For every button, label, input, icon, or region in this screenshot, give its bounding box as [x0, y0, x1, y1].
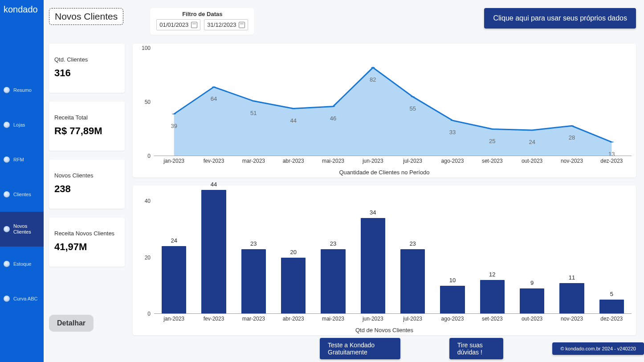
date-filter-title: Filtro de Datas	[156, 11, 248, 17]
sidebar-item-lojas[interactable]: Lojas	[0, 107, 44, 142]
bar[interactable]: 23	[241, 249, 266, 314]
svg-point-8	[490, 129, 494, 130]
bar-slot: 34	[353, 190, 393, 314]
detalhar-button[interactable]: Detalhar	[49, 315, 94, 332]
bar[interactable]: 23	[321, 249, 345, 314]
svg-point-2	[252, 101, 256, 102]
x-axis-tick: nov-2023	[552, 158, 591, 168]
sidebar-item-label: Lojas	[13, 122, 25, 128]
kpi-value: R$ 77,89M	[54, 125, 119, 137]
x-axis-tick: mar-2023	[234, 158, 273, 168]
sidebar-nav: ResumoLojasRFMClientesNovos ClientesEsto…	[0, 73, 44, 316]
bar-chart-card: 02040 2444232023342310129115 jan-2023fev…	[133, 185, 636, 335]
svg-point-1	[212, 86, 216, 87]
sidebar: kondado ResumoLojasRFMClientesNovos Clie…	[0, 0, 44, 362]
y-axis-tick: 0	[133, 311, 151, 317]
data-label: 5	[610, 291, 613, 297]
data-label: 64	[211, 95, 217, 102]
charts-column: 050100 396451444682553325242813 jan-2023…	[133, 44, 636, 335]
kpi-value: 238	[54, 183, 119, 195]
data-label: 20	[290, 249, 296, 255]
kpi-novos-clientes: Novos Clientes 238	[49, 160, 125, 209]
sidebar-item-rfm[interactable]: RFM	[0, 142, 44, 177]
x-axis-tick: nov-2023	[552, 316, 591, 325]
bar[interactable]: 11	[559, 283, 584, 314]
x-axis-tick: abr-2023	[273, 158, 313, 168]
bar[interactable]: 20	[281, 258, 306, 314]
bullet-icon	[4, 122, 10, 128]
data-label: 33	[449, 129, 456, 136]
bar-slot: 23	[313, 190, 353, 314]
bar-slot: 12	[473, 190, 512, 314]
data-label: 12	[489, 271, 495, 278]
data-label: 82	[370, 76, 376, 83]
kpi-receita-total: Receita Total R$ 77,89M	[49, 102, 125, 151]
x-axis-tick: jun-2023	[353, 158, 393, 168]
date-filter-card: Filtro de Datas 01/01/2023 31/12/2023	[150, 8, 254, 35]
bar[interactable]: 9	[520, 288, 544, 314]
sidebar-item-novos-clientes[interactable]: Novos Clientes	[0, 212, 44, 247]
bar-slot: 20	[273, 190, 313, 314]
x-axis-tick: out-2023	[512, 316, 552, 325]
bar[interactable]: 10	[440, 286, 465, 314]
data-label: 44	[290, 117, 296, 124]
bar-slot: 23	[234, 190, 273, 314]
sidebar-item-clientes[interactable]: Clientes	[0, 177, 44, 212]
data-label: 24	[529, 139, 535, 145]
bar[interactable]: 34	[361, 218, 385, 314]
date-start-input[interactable]: 01/01/2023	[156, 19, 200, 30]
bullet-icon	[4, 261, 10, 267]
bottom-buttons: Teste a Kondado Gratuitamente Tire suas …	[320, 338, 644, 359]
copyright-button[interactable]: © kondado.com.br 2024 - v240220	[552, 342, 644, 355]
x-axis-tick: jul-2023	[393, 158, 432, 168]
date-end-input[interactable]: 31/12/2023	[204, 19, 248, 30]
x-axis-tick: mai-2023	[313, 316, 353, 325]
x-axis-tick: fev-2023	[194, 158, 233, 168]
bar[interactable]: 5	[599, 300, 624, 314]
calendar-icon	[191, 22, 197, 28]
sidebar-item-resumo[interactable]: Resumo	[0, 73, 44, 107]
data-label: 51	[250, 110, 257, 116]
use-own-data-button[interactable]: Clique aqui para usar seus próprios dado…	[484, 8, 636, 29]
data-label: 13	[608, 151, 615, 157]
bar-slot: 5	[592, 190, 632, 314]
bar-slot: 44	[194, 190, 233, 314]
data-label: 24	[171, 237, 177, 244]
x-axis-tick: ago-2023	[432, 158, 472, 168]
bar[interactable]: 44	[201, 190, 226, 314]
x-axis-tick: jul-2023	[393, 316, 432, 325]
x-axis-tick: ago-2023	[432, 316, 472, 325]
svg-point-5	[371, 67, 375, 68]
bullet-icon	[4, 156, 10, 163]
sidebar-item-curva-abc[interactable]: Curva ABC	[0, 281, 44, 316]
y-axis-tick: 100	[133, 45, 151, 51]
sidebar-item-estoque[interactable]: Estoque	[0, 247, 44, 281]
kpi-label: Qtd. Clientes	[54, 56, 119, 63]
x-axis-tick: fev-2023	[194, 316, 233, 325]
x-axis-tick: jan-2023	[154, 316, 194, 325]
bar-slot: 23	[393, 190, 432, 314]
chart-title: Qtd de Novos Clientes	[133, 327, 636, 333]
data-label: 23	[250, 240, 257, 247]
data-label: 23	[330, 240, 336, 247]
sidebar-item-label: Curva ABC	[13, 296, 37, 302]
bar[interactable]: 23	[400, 249, 425, 314]
x-axis-tick: set-2023	[473, 158, 512, 168]
data-label: 10	[449, 277, 456, 284]
bar[interactable]: 12	[480, 280, 505, 314]
teste-gratuito-button[interactable]: Teste a Kondado Gratuitamente	[320, 338, 400, 359]
x-axis-tick: jan-2023	[154, 158, 194, 168]
kpi-label: Receita Total	[54, 114, 119, 121]
data-label: 46	[330, 115, 336, 122]
svg-point-4	[331, 106, 335, 107]
page-title: Novos Clientes	[49, 8, 123, 25]
data-label: 55	[409, 105, 416, 112]
data-label: 9	[530, 280, 534, 286]
tire-duvidas-button[interactable]: Tire suas dúvidas !	[449, 338, 504, 359]
date-start-value: 01/01/2023	[159, 21, 188, 28]
brand-logo: kondado	[0, 0, 44, 24]
svg-point-11	[610, 142, 614, 143]
data-label: 44	[211, 181, 217, 188]
svg-point-9	[530, 130, 534, 131]
bar[interactable]: 24	[162, 246, 186, 314]
